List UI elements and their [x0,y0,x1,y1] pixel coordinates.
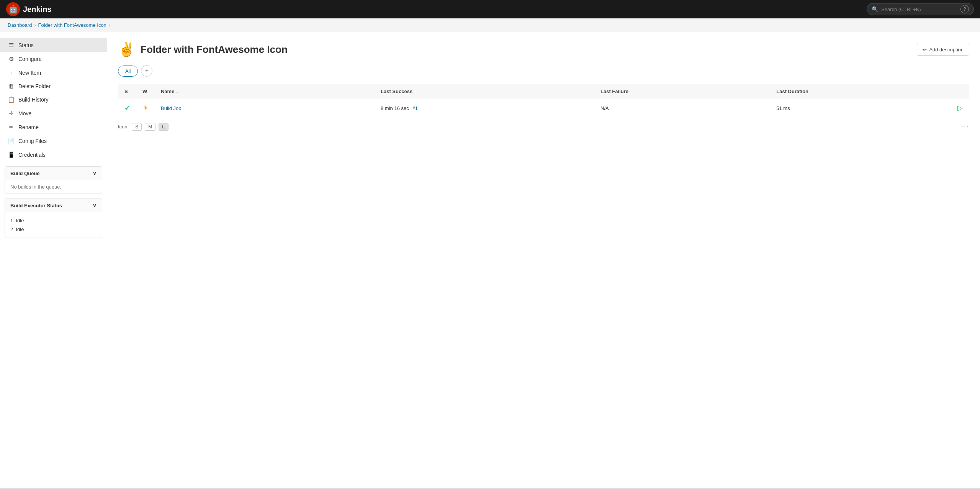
col-header-last-success: Last Success [375,84,594,99]
sidebar-item-credentials[interactable]: 📱 Credentials [0,148,107,162]
sidebar-label-move: Move [18,110,31,117]
sidebar-label-status: Status [18,42,34,48]
sidebar-label-credentials: Credentials [18,152,46,158]
build-queue-body: No builds in the queue. [5,180,102,194]
row-weather: ☀ [136,99,155,117]
jobs-table-body: ✔ ☀ Build Job 8 min 16 sec #1 N/A 51 ms … [118,99,969,117]
build-queue-empty: No builds in the queue. [10,184,61,190]
build-executor-header[interactable]: Build Executor Status ∨ [5,199,102,212]
jobs-table: S W Name ↓ Last Success Last Failure Las… [118,84,969,117]
tab-all[interactable]: All [118,66,138,77]
main-layout: ☰ Status ⚙ Configure + New Item 🗑 Delete… [0,32,980,488]
sidebar-item-rename[interactable]: ✏ Rename [0,120,107,134]
delete-folder-icon: 🗑 [8,83,15,89]
credentials-icon: 📱 [8,151,15,158]
add-description-label: Add description [929,47,964,53]
sidebar-item-build-history[interactable]: 📋 Build History [0,93,107,107]
executor-2: 2 Idle [10,225,97,234]
build-queue-panel: Build Queue ∨ No builds in the queue. [5,166,102,194]
add-description-button[interactable]: ✏ Add description [917,44,969,56]
sidebar-item-status[interactable]: ☰ Status [0,38,107,52]
icon-size-l[interactable]: L [159,123,168,131]
breadcrumb-sep-2: › [109,23,110,28]
sidebar-label-rename: Rename [18,124,39,130]
weather-sun-icon: ☀ [142,104,149,112]
sidebar-label-new-item: New Item [18,70,41,76]
config-files-icon: 📄 [8,138,15,144]
col-header-last-failure: Last Failure [594,84,770,99]
folder-icon: ✌️ [118,41,135,57]
top-navigation: 🤖 Jenkins 🔍 ? [0,0,980,18]
sidebar-label-delete-folder: Delete Folder [18,83,51,89]
icon-size-label: Icon: [118,124,129,130]
executor-2-num: 2 [10,226,13,232]
build-executor-label: Build Executor Status [10,203,62,208]
page-title: Folder with FontAwesome Icon [141,44,288,56]
new-item-icon: + [8,69,15,76]
col-header-name[interactable]: Name ↓ [155,84,375,99]
col-header-w: W [136,84,155,99]
col-header-s: S [118,84,137,99]
rename-icon: ✏ [8,124,15,131]
jenkins-avatar: 🤖 [6,2,20,16]
row-name: Build Job [155,99,375,117]
build-executor-panel: Build Executor Status ∨ 1 Idle 2 Idle [5,199,102,238]
jenkins-logo[interactable]: 🤖 Jenkins [6,2,51,16]
sidebar-label-config-files: Config Files [18,138,47,144]
col-header-last-duration: Last Duration [770,84,946,99]
jenkins-title: Jenkins [23,5,51,14]
executor-1-num: 1 [10,218,13,223]
run-build-button[interactable]: ▷ [957,104,963,112]
job-link[interactable]: Build Job [161,105,181,111]
status-icon: ☰ [8,42,15,49]
row-action: ▷ [946,99,969,117]
executor-1-status: Idle [16,218,24,223]
table-row: ✔ ☀ Build Job 8 min 16 sec #1 N/A 51 ms … [118,99,969,117]
sidebar-label-build-history: Build History [18,97,49,103]
build-executor-body: 1 Idle 2 Idle [5,212,102,238]
configure-icon: ⚙ [8,56,15,62]
build-queue-chevron: ∨ [93,171,97,176]
row-last-failure: N/A [594,99,770,117]
sidebar-item-move[interactable]: ✛ Move [0,107,107,120]
build-queue-label: Build Queue [10,171,40,176]
view-tabs: All + [118,65,969,77]
executor-2-status: Idle [16,226,24,232]
page-header: ✌️ Folder with FontAwesome Icon ✏ Add de… [118,41,969,57]
help-icon[interactable]: ? [960,5,969,13]
row-last-duration: 51 ms [770,99,946,117]
sidebar-item-config-files[interactable]: 📄 Config Files [0,134,107,148]
search-input[interactable] [881,7,957,12]
breadcrumb-dashboard[interactable]: Dashboard [8,22,32,28]
icon-size-m[interactable]: M [145,123,155,131]
sidebar-item-delete-folder[interactable]: 🗑 Delete Folder [0,79,107,93]
build-queue-header[interactable]: Build Queue ∨ [5,167,102,180]
col-header-action [946,84,969,99]
row-status: ✔ [118,99,137,117]
edit-icon: ✏ [923,47,927,53]
sidebar-item-new-item[interactable]: + New Item [0,66,107,79]
sidebar-item-configure[interactable]: ⚙ Configure [0,52,107,66]
build-executor-chevron: ∨ [93,203,97,208]
icon-size-bar: Icon: S M L ··· [118,123,969,131]
sidebar: ☰ Status ⚙ Configure + New Item 🗑 Delete… [0,32,107,488]
add-view-button[interactable]: + [141,65,152,77]
move-icon: ✛ [8,110,15,117]
build-history-icon: 📋 [8,96,15,103]
search-icon: 🔍 [872,6,878,12]
main-content: ✌️ Folder with FontAwesome Icon ✏ Add de… [107,32,980,488]
status-ok-icon: ✔ [124,104,130,112]
breadcrumb-folder[interactable]: Folder with FontAwesome Icon [38,22,106,28]
breadcrumb: Dashboard › Folder with FontAwesome Icon… [0,18,980,32]
executor-1: 1 Idle [10,216,97,225]
more-options-button[interactable]: ··· [961,123,969,131]
icon-size-s[interactable]: S [132,123,142,131]
last-success-time: 8 min 16 sec [381,105,409,111]
sidebar-label-configure: Configure [18,56,42,62]
table-header-row: S W Name ↓ Last Success Last Failure Las… [118,84,969,99]
build-num-link[interactable]: #1 [412,106,417,111]
row-last-success: 8 min 16 sec #1 [375,99,594,117]
search-bar[interactable]: 🔍 ? [867,3,974,15]
breadcrumb-sep-1: › [34,23,36,28]
